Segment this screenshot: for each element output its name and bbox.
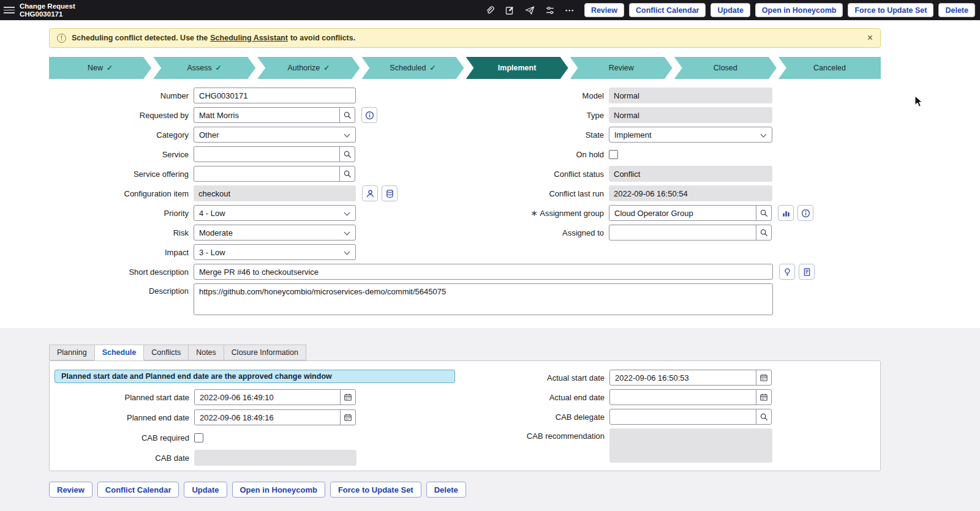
assignment-group-input[interactable] (609, 205, 756, 221)
service-offering-lookup-button[interactable] (339, 166, 355, 182)
flow-step-canceled[interactable]: Canceled (778, 57, 881, 79)
risk-select[interactable]: Moderate (194, 225, 356, 241)
tab-closure-information[interactable]: Closure Information (224, 345, 306, 360)
actual-start-date-input[interactable] (609, 370, 756, 386)
cab-date-label: CAB date (50, 453, 189, 463)
requested-by-info-button[interactable] (361, 107, 377, 123)
assignment-group-chart-button[interactable] (778, 205, 794, 221)
field-row-cab-required: CAB required (50, 430, 356, 446)
state-select[interactable]: Implement (609, 127, 772, 143)
tab-notes[interactable]: Notes (188, 345, 224, 360)
open-in-honeycomb-button-footer[interactable]: Open in Honeycomb (232, 482, 325, 498)
cab-required-checkbox[interactable] (194, 433, 203, 442)
actual-start-date-calendar-button[interactable] (756, 370, 772, 386)
flow-step-closed[interactable]: Closed (674, 57, 777, 79)
impact-select[interactable]: 3 - Low (194, 244, 356, 260)
tab-strip: Planning Schedule Conflicts Notes Closur… (49, 345, 306, 360)
field-row-service-offering: Service offering (49, 166, 398, 182)
service-input[interactable] (194, 146, 340, 162)
service-offering-input[interactable] (194, 166, 340, 182)
requested-by-input[interactable] (194, 107, 340, 123)
tab-conflicts[interactable]: Conflicts (143, 345, 189, 360)
search-icon (760, 209, 768, 217)
conflict-status-label: Conflict status (464, 170, 604, 179)
flow-step-label: Assess (187, 64, 212, 72)
field-row-configuration-item: Configuration item checkout (49, 185, 398, 201)
service-label: Service (49, 150, 189, 159)
planned-start-date-input[interactable] (194, 389, 341, 405)
flow-step-assess[interactable]: Assess✓ (153, 57, 255, 79)
info-icon (801, 209, 810, 218)
planned-end-date-calendar-button[interactable] (340, 409, 356, 425)
configuration-item-cmdb-button[interactable] (382, 185, 398, 201)
cab-required-label: CAB required (50, 433, 189, 442)
search-icon (760, 412, 768, 421)
field-row-cab-delegate: CAB delegate (465, 409, 772, 425)
priority-select[interactable]: 4 - Low (194, 205, 356, 221)
field-row-short-description: Short description (49, 264, 815, 280)
related-section: Planning Schedule Conflicts Notes Closur… (0, 328, 980, 511)
review-button[interactable]: Review (584, 3, 624, 17)
header-icon-bar: ⋯ (484, 5, 575, 16)
configuration-item-user-button[interactable] (362, 185, 378, 201)
follow-icon[interactable] (524, 5, 535, 16)
update-button[interactable]: Update (710, 3, 750, 17)
on-hold-checkbox[interactable] (609, 150, 618, 159)
delete-button[interactable]: Delete (938, 3, 975, 17)
footer-actions: Review Conflict Calendar Update Open in … (49, 482, 466, 498)
record-number-label: CHG0030171 (20, 10, 75, 18)
mouse-cursor (914, 95, 924, 108)
number-input[interactable] (194, 88, 356, 103)
scheduling-assistant-link[interactable]: Scheduling Assistant (210, 34, 288, 42)
service-offering-label: Service offering (49, 170, 189, 179)
planned-start-date-calendar-button[interactable] (340, 389, 356, 405)
force-to-update-set-button[interactable]: Force to Update Set (848, 3, 933, 17)
close-icon[interactable]: × (867, 33, 873, 43)
review-button-footer[interactable]: Review (49, 482, 92, 498)
personalize-form-icon[interactable] (545, 5, 556, 16)
type-value: Normal (609, 107, 772, 123)
service-lookup-button[interactable] (339, 146, 355, 162)
assignment-group-info-button[interactable] (797, 205, 813, 221)
delete-button-footer[interactable]: Delete (426, 482, 466, 498)
field-row-impact: Impact 3 - Low (49, 244, 398, 260)
planned-end-date-input[interactable] (194, 409, 341, 425)
user-icon (366, 189, 375, 198)
cab-delegate-input[interactable] (609, 409, 756, 425)
check-icon: ✓ (429, 64, 435, 72)
short-description-input[interactable] (194, 264, 773, 280)
field-row-type: Type Normal (464, 107, 813, 123)
actual-end-date-calendar-button[interactable] (756, 389, 772, 405)
activity-compose-icon[interactable] (504, 5, 515, 16)
on-hold-label: On hold (464, 150, 604, 159)
flow-step-implement[interactable]: Implement (466, 57, 568, 79)
description-textarea[interactable]: https://github.com/honeycombio/microserv… (194, 283, 773, 315)
update-button-footer[interactable]: Update (184, 482, 227, 498)
flow-step-authorize[interactable]: Authorize✓ (257, 57, 360, 79)
flow-step-review[interactable]: Review (570, 57, 673, 79)
chevron-down-icon (344, 132, 350, 138)
force-to-update-set-button-footer[interactable]: Force to Update Set (330, 482, 421, 498)
assigned-to-lookup-button[interactable] (756, 225, 772, 241)
tab-planning[interactable]: Planning (49, 345, 95, 360)
actual-start-date-label: Actual start date (465, 373, 605, 382)
tab-schedule[interactable]: Schedule (94, 345, 145, 360)
flow-step-new[interactable]: New✓ (49, 57, 151, 79)
assigned-to-input[interactable] (609, 225, 756, 241)
actual-end-date-input[interactable] (609, 389, 756, 405)
short-description-knowledge-button[interactable] (799, 264, 815, 280)
conflict-calendar-button-footer[interactable]: Conflict Calendar (97, 482, 179, 498)
requested-by-lookup-button[interactable] (339, 107, 355, 123)
assignment-group-lookup-button[interactable] (756, 205, 772, 221)
requested-by-label: Requested by (49, 111, 189, 120)
more-options-icon[interactable]: ⋯ (565, 5, 575, 16)
open-in-honeycomb-button[interactable]: Open in Honeycomb (755, 3, 843, 17)
flow-step-scheduled[interactable]: Scheduled✓ (361, 57, 464, 79)
category-select[interactable]: Other (194, 127, 356, 143)
attachment-icon[interactable] (484, 5, 495, 16)
cab-recommendation-label: CAB recommendation (465, 431, 605, 441)
conflict-calendar-button[interactable]: Conflict Calendar (629, 3, 706, 17)
cab-delegate-lookup-button[interactable] (756, 409, 772, 425)
context-menu-icon[interactable] (4, 5, 15, 16)
short-description-suggestion-button[interactable] (779, 264, 795, 280)
